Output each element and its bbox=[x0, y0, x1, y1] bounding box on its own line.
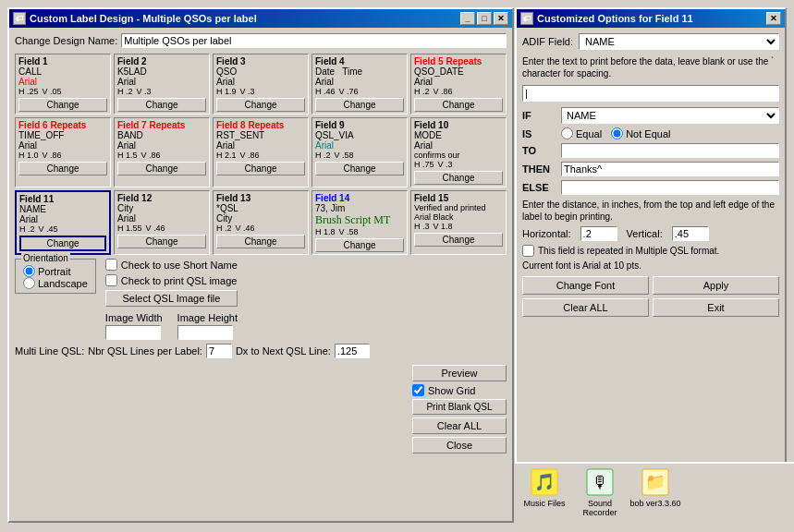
svg-text:🎙: 🎙 bbox=[592, 473, 608, 491]
field-6-change-btn[interactable]: Change bbox=[18, 162, 107, 175]
music-icon: 🎵 bbox=[530, 467, 559, 497]
adif-select[interactable]: NAME bbox=[579, 33, 779, 50]
maximize-button[interactable]: □ bbox=[477, 12, 492, 25]
dx-label: Dx to Next QSL Line: bbox=[236, 345, 331, 357]
main-title-bar: 🏷 Custom Label Design - Multiple QSOs pe… bbox=[9, 9, 512, 28]
notequal-radio-label[interactable]: Not Equal bbox=[611, 127, 670, 139]
if-select[interactable]: NAME bbox=[561, 107, 779, 124]
field-8-change-btn[interactable]: Change bbox=[216, 162, 305, 175]
field-12-title: Field 12 bbox=[117, 193, 206, 203]
field-15-change-btn[interactable]: Change bbox=[414, 233, 503, 247]
if-label: IF bbox=[522, 110, 556, 121]
preview-button[interactable]: Preview bbox=[412, 365, 507, 381]
field-5-change-btn[interactable]: Change bbox=[414, 98, 503, 112]
action-panel: Preview Show Grid Print Blank QSL Clear … bbox=[412, 365, 507, 453]
field-11-name: NAME bbox=[19, 204, 106, 214]
field-3-change-btn[interactable]: Change bbox=[216, 98, 305, 112]
field-box-8: Field 8 Repeats RST_SENT Arial H 2.1 V .… bbox=[213, 117, 309, 187]
vertical-input[interactable] bbox=[672, 226, 709, 241]
field-9-change-btn[interactable]: Change bbox=[315, 162, 404, 175]
repeat-checkbox[interactable] bbox=[522, 245, 534, 257]
minimize-button[interactable]: _ bbox=[460, 12, 475, 25]
recorder-icon: 🎙 bbox=[585, 467, 615, 497]
before-data-input[interactable] bbox=[522, 85, 779, 102]
short-name-check-label[interactable]: Check to use Short Name bbox=[105, 259, 238, 271]
else-input[interactable] bbox=[561, 180, 779, 195]
field-7-name: BAND bbox=[117, 130, 206, 140]
main-content: Change Design Name: Field 1 CALL Arial H… bbox=[9, 28, 512, 364]
help-text: Enter the text to print before the data,… bbox=[522, 55, 779, 79]
close-button[interactable]: ✕ bbox=[494, 12, 508, 25]
bottom-row: Multi Line QSL: Nbr QSL Lines per Label:… bbox=[15, 344, 507, 358]
else-label: ELSE bbox=[522, 182, 556, 193]
equal-radio[interactable] bbox=[561, 127, 573, 139]
show-grid-checkbox[interactable] bbox=[412, 384, 424, 396]
field-11-change-btn[interactable]: Change bbox=[19, 236, 106, 251]
field-12-name: City bbox=[117, 203, 206, 213]
field-9-font: Arial bbox=[315, 140, 404, 151]
field-13-title: Field 13 bbox=[216, 193, 305, 203]
dx-input[interactable] bbox=[335, 344, 370, 358]
then-row: THEN bbox=[522, 162, 779, 176]
change-font-button[interactable]: Change Font bbox=[522, 276, 649, 295]
taskbar-item-recorder[interactable]: 🎙 Sound Recorder bbox=[574, 467, 626, 517]
field-1-change-btn[interactable]: Change bbox=[18, 98, 107, 112]
field-9-name: QSL_VIA bbox=[315, 130, 404, 140]
show-grid-label: Show Grid bbox=[428, 385, 475, 396]
to-label: TO bbox=[522, 145, 556, 156]
field-2-change-btn[interactable]: Change bbox=[117, 98, 206, 112]
orientation-legend: Orientation bbox=[21, 253, 70, 263]
landscape-label: Landscape bbox=[38, 278, 88, 289]
field-10-font: Arial bbox=[414, 140, 503, 151]
print-blank-button[interactable]: Print Blank QSL bbox=[412, 399, 507, 415]
apply-button[interactable]: Apply bbox=[653, 276, 779, 295]
field-12-change-btn[interactable]: Change bbox=[117, 235, 206, 248]
field-14-title: Field 14 bbox=[315, 193, 404, 203]
clear-all-button-right[interactable]: Clear ALL bbox=[522, 298, 649, 317]
right-close-button[interactable]: ✕ bbox=[766, 12, 781, 25]
taskbar-item-bob[interactable]: 📁 bob ver3.3.60 bbox=[629, 467, 681, 508]
print-qsl-checkbox[interactable] bbox=[105, 274, 117, 286]
field-box-14: Field 14 73, Jim Brush Script MT H 1.8 V… bbox=[311, 190, 408, 255]
taskbar-item-music[interactable]: 🎵 Music Files bbox=[519, 467, 570, 508]
field-box-4: Field 4 Date Time Arial H .46 V .76 Chan… bbox=[311, 54, 408, 115]
field-10-change-btn[interactable]: Change bbox=[414, 171, 503, 185]
select-qsl-button[interactable]: Select QSL Image file bbox=[105, 290, 238, 307]
field-13-change-btn[interactable]: Change bbox=[216, 235, 305, 248]
then-input[interactable] bbox=[561, 162, 779, 176]
field-3-title: Field 3 bbox=[216, 56, 305, 66]
image-height-input[interactable] bbox=[177, 325, 233, 340]
field-8-font: Arial bbox=[216, 140, 305, 151]
notequal-radio[interactable] bbox=[611, 127, 623, 139]
landscape-radio-label[interactable]: Landscape bbox=[23, 277, 88, 289]
field-15-name: Verified and printed bbox=[414, 203, 503, 212]
portrait-radio-label[interactable]: Portrait bbox=[23, 265, 88, 277]
print-qsl-check-label[interactable]: Check to print QSL image bbox=[105, 274, 238, 286]
then-label: THEN bbox=[522, 163, 556, 175]
main-title-icon: 🏷 bbox=[13, 12, 26, 25]
field-7-change-btn[interactable]: Change bbox=[117, 162, 206, 175]
repeat-check-label: This field is repeated in Multiple QSL f… bbox=[538, 246, 719, 256]
repeat-check-row: This field is repeated in Multiple QSL f… bbox=[522, 245, 779, 257]
horizontal-input[interactable] bbox=[580, 226, 617, 241]
portrait-radio[interactable] bbox=[23, 265, 35, 277]
exit-button[interactable]: Exit bbox=[653, 298, 779, 317]
design-name-input[interactable] bbox=[121, 33, 507, 48]
field-4-change-btn[interactable]: Change bbox=[315, 98, 404, 112]
right-title-icon: 🏷 bbox=[520, 12, 533, 25]
field-14-change-btn[interactable]: Change bbox=[315, 238, 404, 252]
to-input[interactable] bbox=[561, 143, 779, 158]
field-14-name: 73, Jim bbox=[315, 203, 404, 213]
short-name-checkbox[interactable] bbox=[105, 259, 117, 271]
close-button-main[interactable]: Close bbox=[412, 437, 507, 453]
field-2-font: Arial bbox=[117, 77, 206, 87]
equal-radio-label[interactable]: Equal bbox=[561, 127, 602, 139]
hv-row: Horizontal: Vertical: bbox=[522, 226, 779, 241]
field-2-name: K5LAD bbox=[117, 66, 206, 77]
image-width-input[interactable] bbox=[105, 325, 161, 340]
nbr-lines-input[interactable] bbox=[206, 344, 232, 358]
landscape-radio[interactable] bbox=[23, 277, 35, 289]
field-8-name: RST_SENT bbox=[216, 130, 305, 140]
clear-all-button-main[interactable]: Clear ALL bbox=[412, 417, 507, 434]
field-2-title: Field 2 bbox=[117, 56, 206, 66]
